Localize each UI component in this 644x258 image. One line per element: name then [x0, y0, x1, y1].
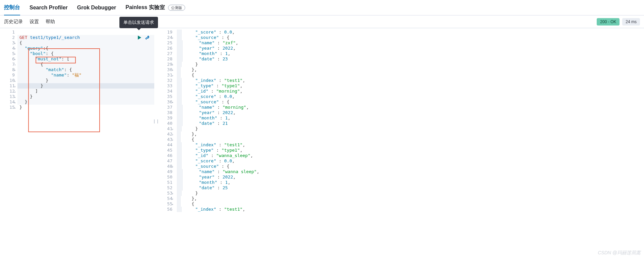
- wrench-icon[interactable]: [145, 35, 151, 41]
- help-link[interactable]: 帮助: [46, 19, 55, 25]
- play-icon[interactable]: [137, 35, 143, 41]
- history-link[interactable]: 历史记录: [4, 19, 23, 25]
- console-subbar: 历史记录 设置 帮助 200 - OK 24 ms: [0, 15, 644, 28]
- console-main: 12 3▾ 4▾ 5▾ 6▾ 7▾ 8▾ 9 10▴ 11▴ 12▴ 13▴ 1…: [0, 28, 644, 258]
- tab-grok-debugger[interactable]: Grok Debugger: [77, 1, 116, 15]
- tab-console[interactable]: 控制台: [4, 0, 20, 15]
- dev-tools-tabs: 控制台 Search Profiler Grok Debugger Painle…: [0, 0, 644, 15]
- response-viewer[interactable]: "_score" : 0.0, "_source" : { "name" : "…: [175, 28, 644, 213]
- resize-handle[interactable]: ❘❘: [154, 28, 158, 258]
- beta-badge: 公测版: [168, 5, 185, 11]
- tab-painless-label: Painless 实验室: [125, 4, 165, 10]
- tab-search-profiler[interactable]: Search Profiler: [30, 1, 68, 15]
- request-editor[interactable]: GET test1/type1/_search { "query":{ "boo…: [17, 28, 154, 111]
- response-pane[interactable]: 1924▾2526272829▾30▾31▾3233343536▾3738394…: [158, 28, 644, 258]
- request-line-numbers: 12 3▾ 4▾ 5▾ 6▾ 7▾ 8▾ 9 10▴ 11▴ 12▴ 13▴ 1…: [0, 28, 17, 111]
- settings-link[interactable]: 设置: [30, 19, 39, 25]
- response-line-numbers: 1924▾2526272829▾30▾31▾3233343536▾3738394…: [158, 28, 175, 213]
- send-request-tooltip: 单击以发送请求: [119, 17, 158, 28]
- status-badge: 200 - OK: [597, 18, 620, 25]
- request-pane[interactable]: 12 3▾ 4▾ 5▾ 6▾ 7▾ 8▾ 9 10▴ 11▴ 12▴ 13▴ 1…: [0, 28, 154, 258]
- response-time: 24 ms: [622, 18, 640, 25]
- tab-painless-lab[interactable]: Painless 实验室 公测版: [125, 0, 185, 15]
